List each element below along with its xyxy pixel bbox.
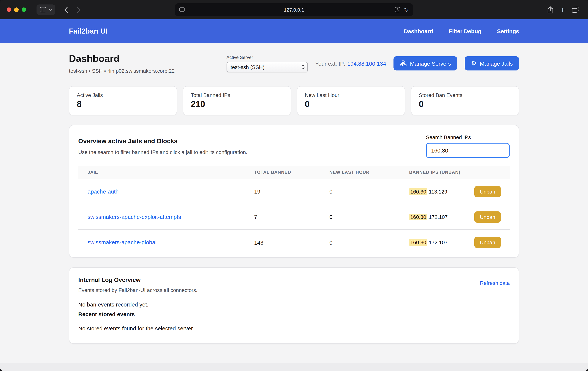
internal-log-card: Internal Log Overview Events stored by F… [69, 267, 519, 344]
app-navbar: Fail2ban UI Dashboard Filter Debug Setti… [0, 19, 588, 43]
close-window-button[interactable] [7, 8, 11, 12]
active-server-selected-value: test-ssh (SSH) [231, 64, 264, 70]
search-input-value: 160.30 [431, 147, 448, 154]
chevron-down-icon [49, 9, 52, 11]
banned-ip-highlight: 160.30 [409, 213, 427, 220]
nav-link-dashboard[interactable]: Dashboard [404, 28, 433, 34]
new-tab-icon[interactable]: + [560, 6, 565, 14]
stat-label: New Last Hour [305, 92, 397, 98]
banned-ip-rest: .172.107 [427, 214, 448, 220]
column-header-banned-ips: BANNED IPS (UNBAN) [409, 170, 501, 175]
manage-servers-button[interactable]: Manage Servers [393, 56, 457, 70]
page-content: Dashboard test-ssh • SSH • rlinfp02.swis… [0, 43, 588, 363]
page-header: Dashboard test-ssh • SSH • rlinfp02.swis… [69, 53, 519, 74]
stat-value: 210 [191, 99, 283, 109]
manage-jails-button[interactable]: ⚙ Manage Jails [465, 56, 519, 70]
back-button[interactable] [64, 7, 68, 13]
history-navigation [64, 7, 81, 13]
address-bar[interactable]: 127.0.0.1 ↻ [175, 3, 413, 16]
forward-button[interactable] [77, 7, 81, 13]
new-last-hour-cell: 0 [329, 214, 409, 220]
total-banned-cell: 7 [254, 214, 329, 220]
total-banned-cell: 143 [254, 239, 329, 246]
translate-icon[interactable] [395, 7, 400, 12]
gear-icon: ⚙ [471, 60, 477, 66]
jail-link[interactable]: swissmakers-apache-exploit-attempts [88, 213, 181, 220]
banned-ip-cell: 160.30.172.107 Unban [409, 237, 501, 248]
external-ip-value[interactable]: 194.88.100.134 [347, 60, 386, 66]
nav-link-settings[interactable]: Settings [497, 28, 519, 34]
search-banned-ips-input[interactable]: 160.30 [426, 143, 510, 158]
table-row: swissmakers-apache-global 143 0 160.30.1… [78, 230, 510, 255]
banned-ip: 160.30.113.129 [409, 188, 447, 195]
browser-titlebar: 127.0.0.1 ↻ + [0, 0, 588, 19]
banned-ip-rest: .172.107 [427, 239, 448, 245]
manage-servers-label: Manage Servers [410, 60, 451, 66]
banned-ip-highlight: 160.30 [409, 239, 427, 246]
tab-overview-icon[interactable] [572, 7, 579, 13]
column-header-total-banned: TOTAL BANNED [254, 170, 329, 175]
no-ban-events-text: No ban events recorded yet. [78, 301, 510, 308]
page-subtitle: test-ssh • SSH • rlinfp02.swissmakers.co… [69, 68, 175, 74]
log-subtitle: Events stored by Fail2ban-UI across all … [78, 287, 198, 293]
table-row: apache-auth 19 0 160.30.113.129 Unban [78, 179, 510, 204]
active-server-select[interactable]: test-ssh (SSH) [227, 62, 308, 72]
unban-button[interactable]: Unban [474, 237, 501, 248]
url-text: 127.0.0.1 [196, 7, 392, 12]
reload-icon[interactable]: ↻ [404, 7, 409, 12]
stat-label: Total Banned IPs [191, 92, 283, 98]
sidebar-icon [40, 7, 46, 12]
page-title: Dashboard [69, 53, 175, 65]
app-brand: Fail2ban UI [69, 27, 107, 35]
external-ip-label: Your ext. IP: [315, 60, 346, 66]
sidebar-toggle-button[interactable] [37, 4, 55, 15]
recent-stored-events-title: Recent stored events [78, 311, 510, 317]
stat-card-stored-ban-events: Stored Ban Events 0 [411, 86, 519, 115]
window-bottom-edge [0, 363, 588, 371]
jails-table: JAIL TOTAL BANNED NEW LAST HOUR BANNED I… [78, 166, 510, 255]
new-last-hour-cell: 0 [329, 239, 409, 246]
window-controls [0, 8, 26, 12]
stat-value: 0 [305, 99, 397, 109]
stat-card-new-last-hour: New Last Hour 0 [297, 86, 405, 115]
jail-link[interactable]: swissmakers-apache-global [88, 239, 157, 245]
overview-title: Overview active Jails and Blocks [78, 137, 247, 145]
zoom-window-button[interactable] [22, 8, 26, 12]
stat-value: 0 [419, 99, 511, 109]
text-caret [449, 147, 449, 154]
unban-button[interactable]: Unban [474, 211, 501, 222]
stat-card-total-banned-ips: Total Banned IPs 210 [183, 86, 291, 115]
external-ip: Your ext. IP:194.88.100.134 [315, 60, 386, 66]
browser-window: 127.0.0.1 ↻ + [0, 0, 588, 371]
overview-subtitle: Use the search to filter banned IPs and … [78, 149, 247, 155]
toolbar-right-controls: + [547, 0, 579, 19]
total-banned-cell: 19 [254, 188, 329, 195]
stat-value: 8 [77, 99, 169, 109]
stat-label: Active Jails [77, 92, 169, 98]
refresh-data-link[interactable]: Refresh data [480, 280, 510, 286]
table-row: swissmakers-apache-exploit-attempts 7 0 … [78, 204, 510, 230]
banned-ip: 160.30.172.107 [409, 214, 448, 220]
nav-links: Dashboard Filter Debug Settings [404, 28, 519, 34]
active-server-label: Active Server [227, 55, 308, 60]
no-stored-events-text: No stored events found for the selected … [78, 325, 510, 331]
jail-link[interactable]: apache-auth [88, 188, 119, 195]
stat-card-active-jails: Active Jails 8 [69, 86, 177, 115]
unban-button[interactable]: Unban [474, 186, 501, 197]
column-header-new-last-hour: NEW LAST HOUR [329, 170, 409, 175]
stat-cards: Active Jails 8 Total Banned IPs 210 New … [69, 86, 519, 115]
minimize-window-button[interactable] [14, 8, 19, 12]
banned-ip-cell: 160.30.172.107 Unban [409, 211, 501, 222]
new-last-hour-cell: 0 [329, 188, 409, 195]
share-icon[interactable] [547, 6, 553, 13]
stat-label: Stored Ban Events [419, 92, 511, 98]
banned-ip-cell: 160.30.113.129 Unban [409, 186, 501, 197]
select-arrows-icon [302, 65, 305, 69]
search-banned-ips-label: Search Banned IPs [426, 134, 510, 140]
nav-link-filter-debug[interactable]: Filter Debug [449, 28, 482, 34]
banned-ip-highlight: 160.30 [409, 188, 427, 195]
page-settings-icon[interactable] [179, 7, 185, 12]
banned-ip-rest: .113.129 [427, 188, 447, 195]
banned-ip: 160.30.172.107 [409, 239, 448, 245]
manage-jails-label: Manage Jails [480, 60, 513, 66]
